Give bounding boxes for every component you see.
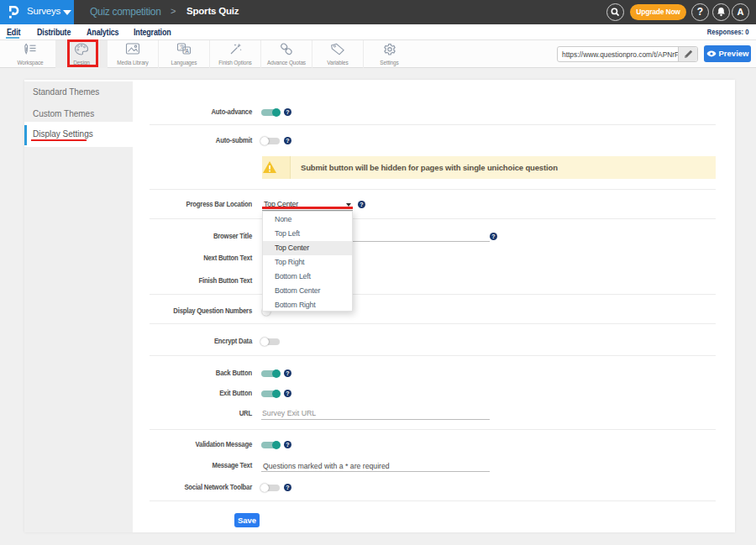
svg-text:文: 文 [180, 44, 185, 50]
svg-text:A: A [185, 48, 189, 54]
